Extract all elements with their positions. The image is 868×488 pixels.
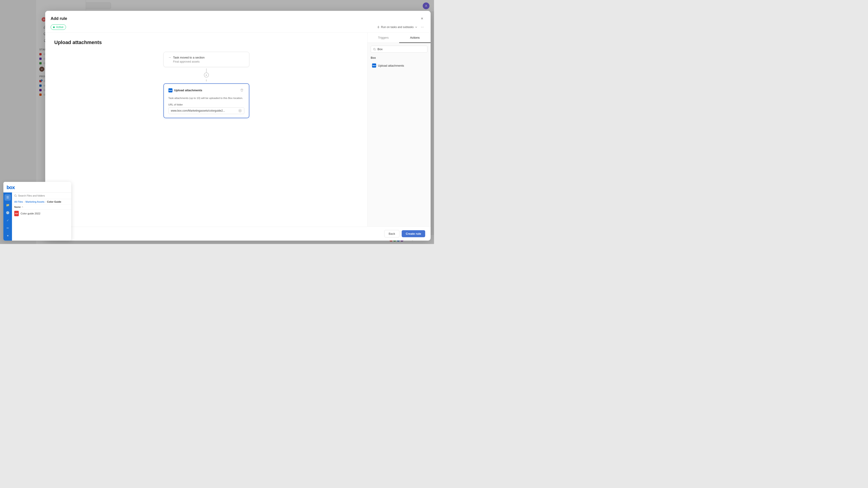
panel-action-label: Upload attachments bbox=[378, 64, 404, 67]
file-item-color-guide[interactable]: PDF Color guide 2022 bbox=[12, 209, 71, 218]
panel-section-label: Box bbox=[368, 55, 431, 61]
trigger-subtitle: Final approved assets bbox=[168, 60, 245, 63]
svg-line-7 bbox=[375, 50, 376, 51]
breadcrumb-sep-1: › bbox=[24, 201, 25, 203]
sort-asc-icon bbox=[22, 206, 23, 208]
active-dot bbox=[53, 26, 55, 28]
svg-line-9 bbox=[16, 196, 17, 197]
back-button[interactable]: Back bbox=[384, 230, 399, 237]
box-main-content: All Files › Marketing Assets › Color Gui… bbox=[12, 193, 71, 240]
breadcrumb-sep-2: › bbox=[45, 201, 46, 203]
connector: + ↓ bbox=[204, 67, 209, 84]
url-input-row[interactable]: www.box.com/Marketingassets/colorguide2.… bbox=[168, 107, 244, 114]
box-search-icon bbox=[14, 195, 17, 197]
trigger-title: Task moved to a section bbox=[173, 56, 205, 59]
modal-body: Upload attachments → Task moved to a sec… bbox=[45, 33, 431, 227]
box-logo-main: box bbox=[6, 185, 15, 191]
panel-search-icon bbox=[373, 48, 376, 51]
box-search-input[interactable] bbox=[18, 194, 69, 197]
connector-line-top bbox=[206, 68, 207, 72]
panel-tabs: Triggers Actions bbox=[368, 33, 431, 43]
box-logo-text-small: box bbox=[168, 89, 172, 92]
box-nav-recent[interactable]: 🕐 bbox=[4, 210, 11, 216]
action-description: Task attachments (up to 10) will be uplo… bbox=[168, 96, 244, 100]
col-name-label: Name bbox=[14, 205, 21, 208]
content-title: Upload attachments bbox=[54, 39, 102, 45]
svg-point-8 bbox=[14, 195, 16, 197]
modal-subheader: Active Run on tasks and subtasks ··· bbox=[45, 22, 431, 33]
add-rule-modal: Add rule × Active Run on tasks and subta… bbox=[45, 11, 431, 240]
more-options-button[interactable]: ··· bbox=[420, 25, 425, 30]
box-nav-star[interactable]: ✦ bbox=[4, 232, 11, 239]
action-title-label: Upload attachments bbox=[174, 89, 202, 92]
box-search-bar bbox=[12, 193, 71, 199]
modal-left-content: Upload attachments → Task moved to a sec… bbox=[45, 33, 367, 227]
trash-icon-svg bbox=[240, 88, 243, 92]
trigger-card: → Task moved to a section Final approved… bbox=[163, 52, 249, 67]
box-logo-icon: box bbox=[168, 88, 173, 92]
modal-header: Add rule × bbox=[45, 11, 431, 22]
modal-title: Add rule bbox=[51, 16, 67, 21]
panel-search-field[interactable] bbox=[377, 47, 425, 51]
lightning-icon bbox=[377, 26, 380, 29]
breadcrumb-current-folder: Color Guide bbox=[47, 200, 61, 203]
url-input-value: www.box.com/Marketingassets/colorguide2.… bbox=[171, 109, 237, 112]
run-on-tasks-selector[interactable]: Run on tasks and subtasks bbox=[377, 26, 417, 29]
panel-search-row bbox=[368, 43, 431, 55]
active-label: Active bbox=[56, 26, 64, 29]
box-browser-body: ☰ 📁 🕐 ✓ ✏ ✦ All Files › Marketing Assets bbox=[3, 193, 71, 240]
action-card-header: box Upload attachments bbox=[168, 88, 244, 93]
tab-actions[interactable]: Actions bbox=[399, 33, 431, 43]
modal-close-button[interactable]: × bbox=[419, 15, 425, 22]
chevron-down-icon bbox=[415, 26, 417, 28]
box-nav-edit[interactable]: ✏ bbox=[4, 225, 11, 231]
trigger-arrow-icon: → bbox=[168, 56, 171, 59]
svg-point-6 bbox=[373, 48, 375, 50]
panel-box-logo: box bbox=[372, 64, 376, 68]
box-nav-check[interactable]: ✓ bbox=[4, 217, 11, 223]
panel-box-logo-text: box bbox=[373, 64, 376, 67]
create-rule-button[interactable]: Create rule bbox=[402, 230, 425, 237]
breadcrumb-all-files[interactable]: All Files bbox=[14, 200, 23, 203]
active-badge: Active bbox=[51, 24, 66, 30]
actions-tab-label: Actions bbox=[410, 36, 420, 39]
url-label: URL of folder bbox=[168, 103, 244, 106]
box-breadcrumb: All Files › Marketing Assets › Color Gui… bbox=[12, 199, 71, 205]
pdf-file-icon: PDF bbox=[14, 211, 19, 216]
url-clear-button[interactable]: × bbox=[238, 109, 242, 112]
run-on-tasks-label: Run on tasks and subtasks bbox=[381, 26, 414, 29]
box-file-list-header: Name bbox=[12, 205, 71, 209]
tab-triggers[interactable]: Triggers bbox=[368, 33, 399, 43]
panel-search-input[interactable] bbox=[371, 46, 428, 53]
subheader-right: Run on tasks and subtasks ··· bbox=[377, 25, 425, 30]
action-card-title: box Upload attachments bbox=[168, 88, 202, 92]
trigger-card-header: → Task moved to a section bbox=[168, 56, 245, 59]
box-browser-header: box bbox=[3, 182, 71, 193]
delete-action-button[interactable] bbox=[239, 88, 244, 93]
add-step-button[interactable]: + bbox=[204, 72, 209, 77]
file-col-name-header[interactable]: Name bbox=[14, 205, 23, 208]
triggers-tab-label: Triggers bbox=[378, 36, 389, 39]
action-card: box Upload attachments Task attachments … bbox=[163, 84, 249, 118]
box-file-browser: box ☰ 📁 🕐 ✓ ✏ ✦ All Files › bbox=[3, 182, 71, 240]
panel-action-upload-attachments[interactable]: box Upload attachments bbox=[369, 61, 429, 70]
connector-arrow: ↓ bbox=[206, 78, 207, 82]
modal-right-panel: Triggers Actions Box bbox=[367, 33, 431, 227]
box-nav-menu[interactable]: ☰ bbox=[4, 194, 11, 201]
file-name: Color guide 2022 bbox=[21, 212, 40, 215]
box-left-nav: ☰ 📁 🕐 ✓ ✏ ✦ bbox=[3, 193, 12, 240]
modal-footer: Back Create rule bbox=[45, 227, 431, 240]
breadcrumb-marketing-assets[interactable]: Marketing Assets bbox=[26, 200, 44, 203]
box-nav-files[interactable]: 📁 bbox=[4, 202, 11, 208]
